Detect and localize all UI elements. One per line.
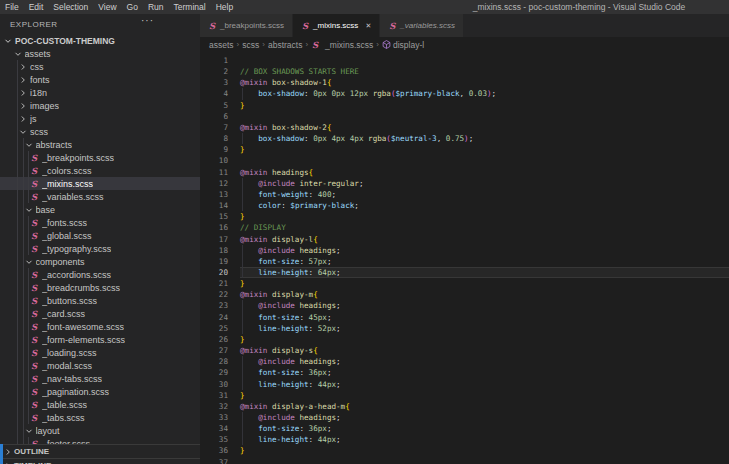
panel-header-outline[interactable]: OUTLINE <box>0 444 200 458</box>
code-line-10[interactable]: 10 <box>200 155 729 166</box>
tree-file-_nav-tabs.scss[interactable]: S_nav-tabs.scss <box>0 372 200 385</box>
tree-file-_breadcrumbs.scss[interactable]: S_breadcrumbs.scss <box>0 281 200 294</box>
menu-terminal[interactable]: Terminal <box>169 2 211 12</box>
code-line-28[interactable]: 28 @include headings; <box>200 356 729 367</box>
tree-root-folder[interactable]: POC-CUSTOM-THEMING <box>0 34 200 47</box>
code-line-34[interactable]: 34 font-size: 36px; <box>200 423 729 434</box>
tree-file-_pagination.scss[interactable]: S_pagination.scss <box>0 385 200 398</box>
code-line-35[interactable]: 35 line-height: 44px; <box>200 434 729 445</box>
tree-folder-i18n[interactable]: i18n <box>0 86 200 99</box>
tree-folder-assets[interactable]: assets <box>0 47 200 60</box>
menu-go[interactable]: Go <box>122 2 143 12</box>
code-line-33[interactable]: 33 @include headings; <box>200 412 729 423</box>
code-line-18[interactable]: 18 @include headings; <box>200 245 729 256</box>
code-line-19[interactable]: 19 font-size: 57px; <box>200 256 729 267</box>
tree-file-_font-awesome.scss[interactable]: S_font-awesome.scss <box>0 320 200 333</box>
tree-file-_typography.scss[interactable]: S_typography.scss <box>0 242 200 255</box>
code-line-4[interactable]: 4 box-shadow: 0px 0px 12px rgba($primary… <box>200 88 729 99</box>
code-line-24[interactable]: 24 font-size: 45px; <box>200 312 729 323</box>
code-line-16[interactable]: 16// DISPLAY <box>200 222 729 233</box>
code-line-6[interactable]: 6 <box>200 111 729 122</box>
code-line-3[interactable]: 3@mixin box-shadow-1{ <box>200 77 729 88</box>
breadcrumb-item-display-l[interactable]: display-l <box>382 40 424 50</box>
tree-file-_colors.scss[interactable]: S_colors.scss <box>0 164 200 177</box>
tree-file-_form-elements.scss[interactable]: S_form-elements.scss <box>0 333 200 346</box>
code-line-14[interactable]: 14 color: $primary-black; <box>200 200 729 211</box>
tree-file-_mixins.scss[interactable]: S_mixins.scss <box>0 177 200 190</box>
tree-file-_table.scss[interactable]: S_table.scss <box>0 398 200 411</box>
tree-file-_loading.scss[interactable]: S_loading.scss <box>0 346 200 359</box>
line-number: 18 <box>200 245 228 256</box>
breadcrumb-item-assets[interactable]: assets <box>209 40 234 50</box>
tree-file-_tabs.scss[interactable]: S_tabs.scss <box>0 411 200 424</box>
chevron-right-icon <box>19 115 27 123</box>
breadcrumb-label: scss <box>242 40 259 50</box>
tree-folder-base[interactable]: base <box>0 203 200 216</box>
code-line-37[interactable]: 37 <box>200 457 729 464</box>
tree-file-_variables.scss[interactable]: S_variables.scss <box>0 190 200 203</box>
indent-guide <box>23 229 24 242</box>
tab-_breakpoints.scss[interactable]: S_breakpoints.scss <box>200 14 292 37</box>
code-line-11[interactable]: 11@mixin headings{ <box>200 167 729 178</box>
indent-guide <box>17 294 18 307</box>
code-line-15[interactable]: 15} <box>200 211 729 222</box>
menu-edit[interactable]: Edit <box>24 2 49 12</box>
code-line-21[interactable]: 21} <box>200 278 729 289</box>
code-line-7[interactable]: 7@mixin box-shadow-2{ <box>200 122 729 133</box>
tree-folder-fonts[interactable]: fonts <box>0 73 200 86</box>
ellipsis-icon[interactable]: ··· <box>141 15 154 26</box>
breadcrumb-item-_mixins.scss[interactable]: S_mixins.scss <box>311 40 373 50</box>
tree-file-_fonts.scss[interactable]: S_fonts.scss <box>0 216 200 229</box>
tree-folder-layout[interactable]: layout <box>0 424 200 437</box>
menu-selection[interactable]: Selection <box>48 2 93 12</box>
code-line-25[interactable]: 25 line-height: 52px; <box>200 323 729 334</box>
tree-folder-js[interactable]: js <box>0 112 200 125</box>
tree-file-_breakpoints.scss[interactable]: S_breakpoints.scss <box>0 151 200 164</box>
tab-_mixins.scss[interactable]: S_mixins.scss✕ <box>293 14 379 37</box>
code-text: color: $primary-black; <box>240 200 729 211</box>
code-text: @mixin headings{ <box>240 167 729 178</box>
indent-guide <box>28 385 29 398</box>
code-editor[interactable]: 12// BOX SHADOWS STARTS HERE3@mixin box-… <box>200 52 729 464</box>
breadcrumb-item-scss[interactable]: scss <box>242 40 259 50</box>
tree-folder-scss[interactable]: scss <box>0 125 200 138</box>
code-line-1[interactable]: 1 <box>200 55 729 66</box>
menu-run[interactable]: Run <box>143 2 169 12</box>
tree-file-_global.scss[interactable]: S_global.scss <box>0 229 200 242</box>
menu-file[interactable]: File <box>0 2 24 12</box>
code-line-32[interactable]: 32@mixin display-a-head-m{ <box>200 401 729 412</box>
code-line-12[interactable]: 12 @include inter-regular; <box>200 178 729 189</box>
tree-folder-css[interactable]: css <box>0 60 200 73</box>
code-line-31[interactable]: 31} <box>200 390 729 401</box>
chevron-down-icon <box>25 258 33 266</box>
code-line-9[interactable]: 9} <box>200 144 729 155</box>
code-line-13[interactable]: 13 font-weight: 400; <box>200 189 729 200</box>
code-line-30[interactable]: 30 line-height: 44px; <box>200 379 729 390</box>
code-line-8[interactable]: 8 box-shadow: 0px 4px 4px rgba($neutral-… <box>200 133 729 144</box>
code-line-5[interactable]: 5} <box>200 100 729 111</box>
tree-file-_card.scss[interactable]: S_card.scss <box>0 307 200 320</box>
menu-view[interactable]: View <box>93 2 121 12</box>
code-line-29[interactable]: 29 font-size: 36px; <box>200 367 729 378</box>
code-line-17[interactable]: 17@mixin display-l{ <box>200 234 729 245</box>
tree-file-_buttons.scss[interactable]: S_buttons.scss <box>0 294 200 307</box>
code-line-36[interactable]: 36} <box>200 445 729 456</box>
code-line-27[interactable]: 27@mixin display-s{ <box>200 345 729 356</box>
panel-header-timeline[interactable]: TIMELINE <box>0 458 200 464</box>
code-line-26[interactable]: 26} <box>200 334 729 345</box>
tree-folder-abstracts[interactable]: abstracts <box>0 138 200 151</box>
menu-help[interactable]: Help <box>211 2 238 12</box>
code-line-20[interactable]: 20 line-height: 64px; <box>200 267 729 278</box>
code-line-23[interactable]: 23 @include headings; <box>200 300 729 311</box>
tree-folder-images[interactable]: images <box>0 99 200 112</box>
tree-file-_modal.scss[interactable]: S_modal.scss <box>0 359 200 372</box>
scss-file-icon: S <box>311 41 319 49</box>
tab-_variables.scss[interactable]: S_variables.scss <box>380 14 463 37</box>
tree-file-_accordions.scss[interactable]: S_accordions.scss <box>0 268 200 281</box>
tree-folder-components[interactable]: components <box>0 255 200 268</box>
breadcrumb-item-abstracts[interactable]: abstracts <box>268 40 303 50</box>
code-line-22[interactable]: 22@mixin display-m{ <box>200 289 729 300</box>
code-line-2[interactable]: 2// BOX SHADOWS STARTS HERE <box>200 66 729 77</box>
close-icon[interactable]: ✕ <box>365 22 371 30</box>
indent-guide <box>28 268 29 281</box>
